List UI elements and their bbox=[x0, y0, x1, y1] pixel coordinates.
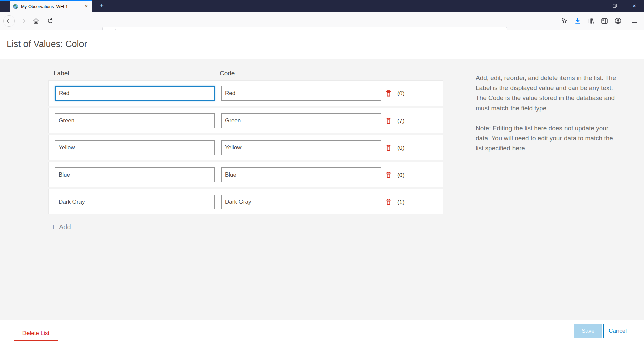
dialog-body: Label Code (0) (7) (0) bbox=[0, 59, 644, 320]
value-row: (7) bbox=[48, 108, 443, 133]
window-controls: × bbox=[586, 0, 644, 12]
reload-button[interactable] bbox=[44, 12, 56, 30]
delete-row-button[interactable] bbox=[386, 117, 392, 124]
trash-icon bbox=[386, 199, 391, 205]
restore-icon bbox=[613, 4, 617, 8]
row-count: (1) bbox=[397, 199, 405, 206]
row-count: (0) bbox=[397, 172, 405, 179]
reload-icon bbox=[47, 18, 53, 24]
back-button[interactable] bbox=[3, 12, 15, 30]
label-input[interactable] bbox=[55, 140, 215, 155]
value-rows: (0) (7) (0) (0) bbox=[48, 80, 443, 216]
label-column-header: Label bbox=[54, 70, 69, 77]
browser-tab[interactable]: My Observations_WFL1 × bbox=[10, 1, 92, 12]
delete-row-button[interactable] bbox=[386, 144, 392, 151]
plus-icon: + bbox=[51, 223, 56, 231]
help-paragraph-1: Add, edit, reorder, and delete items in … bbox=[476, 73, 621, 113]
toolbar-right bbox=[557, 12, 641, 30]
navigation-toolbar: https://twiav.maps.arcgis.com/home/item.… bbox=[0, 12, 644, 30]
label-input[interactable] bbox=[55, 195, 215, 209]
library-icon[interactable] bbox=[584, 12, 598, 30]
dialog-title: List of Values: Color bbox=[7, 39, 87, 49]
minimize-button[interactable] bbox=[586, 0, 605, 12]
help-panel: Add, edit, reorder, and delete items in … bbox=[476, 73, 621, 153]
trash-icon bbox=[386, 145, 391, 151]
row-count: (7) bbox=[397, 118, 405, 124]
menu-icon[interactable] bbox=[628, 12, 641, 30]
value-row: (1) bbox=[48, 189, 443, 214]
label-input[interactable] bbox=[55, 86, 215, 101]
code-column-header: Code bbox=[220, 70, 235, 77]
trash-icon bbox=[386, 90, 391, 97]
tab-title: My Observations_WFL1 bbox=[21, 4, 83, 9]
label-input[interactable] bbox=[55, 113, 215, 128]
row-count: (0) bbox=[397, 90, 405, 97]
titlebar: My Observations_WFL1 × + × bbox=[0, 0, 644, 12]
trash-icon bbox=[386, 118, 391, 124]
account-icon[interactable] bbox=[611, 12, 625, 30]
save-button[interactable]: Save bbox=[574, 324, 602, 338]
home-icon bbox=[33, 18, 39, 24]
delete-row-button[interactable] bbox=[386, 199, 392, 205]
back-icon bbox=[3, 15, 15, 27]
dialog-footer: Delete List Save Cancel bbox=[0, 320, 644, 345]
new-tab-button[interactable]: + bbox=[97, 1, 106, 10]
dialog-header: List of Values: Color bbox=[0, 30, 644, 59]
forward-button[interactable] bbox=[17, 12, 29, 30]
code-input[interactable] bbox=[221, 86, 381, 101]
value-row: (0) bbox=[48, 135, 443, 160]
trash-icon bbox=[386, 172, 391, 178]
code-input[interactable] bbox=[221, 195, 381, 209]
add-row-button[interactable]: + Add bbox=[51, 223, 71, 231]
sidebar-icon[interactable] bbox=[598, 12, 611, 30]
cancel-button[interactable]: Cancel bbox=[603, 324, 632, 338]
add-label: Add bbox=[59, 223, 71, 231]
close-window-button[interactable]: × bbox=[625, 0, 644, 12]
delete-row-button[interactable] bbox=[386, 90, 392, 97]
help-paragraph-2: Note: Editing the list here does not upd… bbox=[476, 123, 621, 153]
restore-button[interactable] bbox=[605, 0, 625, 12]
label-input[interactable] bbox=[55, 167, 215, 182]
home-button[interactable] bbox=[30, 12, 42, 30]
bookmark-star-plus-icon[interactable] bbox=[557, 12, 571, 30]
row-count: (0) bbox=[397, 145, 405, 151]
minimize-icon bbox=[593, 6, 597, 6]
value-row: (0) bbox=[48, 162, 443, 187]
toolbar-divider bbox=[626, 16, 626, 26]
window-close-icon: × bbox=[632, 2, 636, 10]
globe-icon bbox=[13, 4, 18, 9]
forward-icon bbox=[20, 18, 26, 24]
code-input[interactable] bbox=[221, 167, 381, 182]
delete-row-button[interactable] bbox=[386, 171, 392, 178]
value-row: (0) bbox=[48, 80, 443, 106]
tab-close-icon[interactable]: × bbox=[83, 3, 90, 10]
code-input[interactable] bbox=[221, 113, 381, 128]
download-icon[interactable] bbox=[571, 12, 584, 30]
delete-list-button[interactable]: Delete List bbox=[14, 326, 58, 341]
code-input[interactable] bbox=[221, 140, 381, 155]
